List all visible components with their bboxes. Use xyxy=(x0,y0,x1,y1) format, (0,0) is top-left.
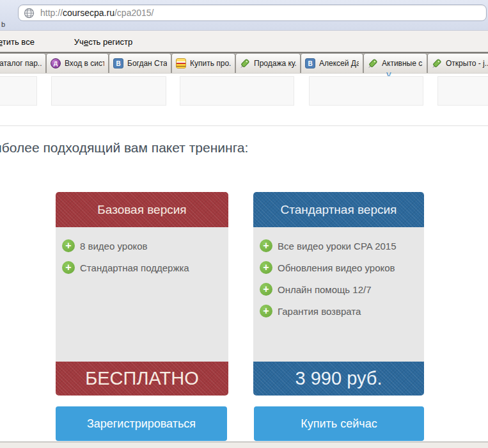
feature-item: + Обновления видео уроков xyxy=(260,257,424,278)
buy-now-button[interactable]: Купить сейчас xyxy=(254,406,424,441)
clipped-text-fragment: b xyxy=(1,20,5,28)
tab-open[interactable]: Открыто - j... xyxy=(427,53,488,73)
tab-label: Открыто - j... xyxy=(446,59,488,68)
card-placeholder xyxy=(309,76,423,106)
tab-vk-bogdan[interactable]: B Богдан Ста... xyxy=(109,53,171,73)
card-placeholder xyxy=(180,76,294,106)
tab-label: Богдан Ста... xyxy=(127,59,167,68)
plus-icon: + xyxy=(260,239,272,252)
highlight-all-option[interactable]: етить все xyxy=(0,37,35,47)
page-content: у иболее подходящий вам пакет тренинга: … xyxy=(0,74,488,442)
plan-price: 3 990 руб. xyxy=(253,362,424,396)
tab-active[interactable]: Активные с... xyxy=(363,53,427,73)
tag-icon xyxy=(240,58,250,68)
section-divider xyxy=(0,125,488,126)
vk-icon: B xyxy=(113,58,123,68)
tab-buy[interactable]: Купить про... xyxy=(171,53,235,73)
tab-label: Вход в сист... xyxy=(65,59,104,68)
address-bar[interactable]: http://coursecpa.ru/cpa2015/ xyxy=(18,4,487,21)
tab-label: Купить про... xyxy=(190,59,231,68)
page-title: иболее подходящий вам пакет тренинга: xyxy=(0,140,488,156)
feature-item: + Стандартная поддержка xyxy=(62,257,228,278)
plus-icon: + xyxy=(260,261,272,274)
tab-label: Активные с... xyxy=(382,59,423,68)
plus-icon: + xyxy=(260,305,272,317)
plan-price: БЕСПЛАТНО xyxy=(56,362,228,396)
plan-card-standard: Стандартная версия + Все видео уроки CPA… xyxy=(253,192,424,396)
tab-login[interactable]: Д Вход в сист... xyxy=(46,53,109,73)
feature-item: + 8 видео уроков xyxy=(62,235,228,257)
tab-vk-aleksey[interactable]: B Алексей Да... xyxy=(301,53,363,73)
tag-icon xyxy=(368,58,378,68)
tab-label: Алексей Да... xyxy=(319,59,359,68)
feature-item: + Все видео уроки CPA 2015 xyxy=(260,235,424,257)
card-placeholder xyxy=(51,76,166,106)
tab-catalog[interactable]: аталог пар... xyxy=(0,53,46,73)
feature-item: + Онлайн помощь 12/7 xyxy=(260,278,424,300)
register-button[interactable]: Зарегистрироваться xyxy=(56,406,227,441)
plus-icon: + xyxy=(62,261,75,274)
feature-item: + Гарантия возврата xyxy=(260,300,424,322)
plan-card-basic: Базовая версия + 8 видео уроков + Станда… xyxy=(56,192,228,396)
tag-icon xyxy=(432,58,442,68)
tab-sale[interactable]: Продажа ку... xyxy=(235,53,301,73)
plus-icon: + xyxy=(62,239,75,252)
card-placeholder xyxy=(437,76,488,106)
tab-label: аталог пар... xyxy=(0,59,42,68)
tab-strip: аталог пар... Д Вход в сист... B Богдан … xyxy=(0,52,488,74)
plan-features: + Все видео уроки CPA 2015 + Обновления … xyxy=(253,227,424,362)
url-domain: coursecpa.ru xyxy=(63,8,114,18)
url-path: /cpa2015/ xyxy=(114,8,154,18)
url-text: http://coursecpa.ru/cpa2015/ xyxy=(40,8,153,18)
vk-icon: B xyxy=(305,58,315,68)
site-favicon-yellow xyxy=(176,58,186,68)
page-footer-strip xyxy=(0,442,488,448)
plan-header: Базовая версия xyxy=(56,192,228,227)
tab-label: Продажа ку... xyxy=(254,59,296,68)
url-prefix: http:// xyxy=(40,8,63,18)
globe-icon xyxy=(24,8,35,19)
browser-toolbar: http://coursecpa.ru/cpa2015/ b xyxy=(0,0,488,30)
site-favicon-purple: Д xyxy=(51,58,61,68)
plan-header: Стандартная версия xyxy=(253,192,424,227)
find-bar: етить все Учесть регистр xyxy=(0,30,488,52)
match-case-option[interactable]: Учесть регистр xyxy=(74,37,132,47)
plan-features: + 8 видео уроков + Стандартная поддержка xyxy=(56,227,228,362)
card-placeholder xyxy=(0,76,37,106)
plus-icon: + xyxy=(260,283,272,296)
